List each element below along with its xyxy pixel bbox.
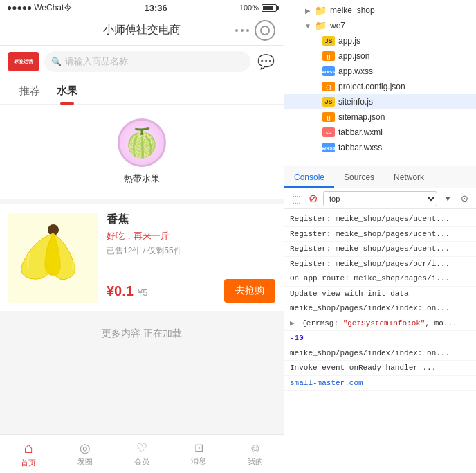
- search-input-wrapper[interactable]: 🔍 请输入商品名称: [44, 51, 250, 72]
- folder-arrow-we7: ▼: [304, 21, 312, 30]
- folder-icon-we7: 📁: [314, 21, 327, 30]
- file-name-we7: we7: [330, 21, 345, 30]
- bottom-nav-member[interactable]: ♡ 会员: [113, 435, 170, 473]
- file-tree-item-sitemapjson[interactable]: ▶ {} sitemap.json: [284, 109, 476, 125]
- filter-icon[interactable]: ⊙: [458, 193, 470, 205]
- price-main: ¥0.1: [107, 283, 134, 299]
- console-line-10: meike_shop/pages/index/index: on...: [284, 346, 476, 362]
- wxml-icon-tabbarwxml: <>: [322, 127, 335, 137]
- battery-percent: 100%: [239, 3, 259, 12]
- product-bottom: ¥0.1 ¥5 去抢购: [107, 279, 275, 303]
- file-tree-item-tabbarwxss[interactable]: ▶ wxss tabbar.wxss: [284, 140, 476, 155]
- search-placeholder: 请输入商品名称: [65, 55, 128, 68]
- loading-text: 更多内容 正在加载: [102, 328, 182, 340]
- console-output[interactable]: Register: meike_shop/pages/ucent... Regi…: [284, 209, 476, 473]
- product-price: ¥0.1 ¥5: [107, 283, 147, 299]
- product-comment: 好吃，再来一斤: [107, 230, 275, 242]
- tab-console[interactable]: Console: [284, 168, 334, 188]
- wxss-icon-appwxss: wxss: [322, 66, 335, 76]
- console-line-12: small-master.com: [284, 376, 476, 391]
- status-right: 100%: [239, 3, 277, 12]
- json-icon-projectconfig: {·}: [322, 82, 335, 91]
- file-name-tabbarwxss: tabbar.wxss: [338, 143, 382, 152]
- status-time: 13:36: [145, 3, 167, 13]
- devtools-tabs: Console Sources Network: [284, 166, 476, 188]
- brand-logo-text: 标签运营: [14, 59, 33, 64]
- file-name-appwxss: app.wxss: [338, 66, 373, 76]
- dropdown-icon[interactable]: ▾: [441, 193, 454, 205]
- battery-fill: [263, 6, 273, 10]
- folder-icon-meike: 📁: [314, 6, 327, 15]
- folder-arrow-meike: ▶: [304, 6, 312, 15]
- file-tree-item-appjson[interactable]: ▶ {} app.json: [284, 48, 476, 64]
- tab-navigation: 推荐 水果: [0, 78, 284, 105]
- nav-dot-3: [246, 29, 249, 32]
- chat-icon[interactable]: 💬: [256, 52, 275, 71]
- bottom-nav-message[interactable]: ⊡ 消息: [170, 435, 227, 473]
- file-tree-item-appjs[interactable]: ▶ JS app.js: [284, 33, 476, 48]
- status-left: ●●●●● WeChat令: [7, 2, 72, 14]
- file-name-appjson: app.json: [338, 51, 369, 61]
- console-line-7: meike_shop/pages/index/index: on...: [284, 301, 476, 316]
- file-tree-item-appwxss[interactable]: ▶ wxss app.wxss: [284, 64, 476, 79]
- file-name-appjs: app.js: [338, 36, 360, 46]
- block-icon[interactable]: ⊘: [306, 193, 319, 205]
- console-line-8[interactable]: ▶ {errMsg: "getSystemInfo:ok", mo...: [284, 316, 476, 332]
- inspect-icon[interactable]: ⬚: [290, 193, 302, 205]
- console-line-11: Invoke event onReady handler ...: [284, 361, 476, 376]
- tab-network[interactable]: Network: [384, 168, 434, 188]
- bottom-navigation: ⌂ 首页 ◎ 发圈 ♡ 会员 ⊡ 消息 ☺ 我的: [0, 434, 284, 473]
- file-tree: ▶ 📁 meike_shop ▼ 📁 we7 ▶ JS app.js ▶ {} …: [284, 0, 476, 166]
- tab-fruit[interactable]: 水果: [48, 79, 86, 103]
- wxss-icon-tabbarwxss: wxss: [322, 143, 335, 152]
- bottom-nav-discover[interactable]: ◎ 发圈: [57, 435, 113, 473]
- bottom-nav-home[interactable]: ⌂ 首页: [0, 435, 57, 473]
- mobile-app-panel: ●●●●● WeChat令 13:36 100% 小师傅社交电商 标签运营 🔍 …: [0, 0, 284, 473]
- home-label: 首页: [21, 458, 36, 468]
- nav-dot-2: [241, 29, 244, 32]
- file-name-projectconfig: project.config.json: [338, 82, 405, 91]
- file-tree-item-meike-shop[interactable]: ▶ 📁 meike_shop: [284, 3, 476, 18]
- console-line-1: Register: meike_shop/pages/ucent...: [284, 212, 476, 227]
- file-name-tabbarwxml: tabbar.wxml: [338, 127, 383, 137]
- discover-label: 发圈: [77, 456, 93, 467]
- console-line-2: Register: meike_shop/pages/ucent...: [284, 227, 476, 242]
- bottom-nav-mine[interactable]: ☺ 我的: [227, 435, 284, 473]
- file-tree-item-tabbarwxml[interactable]: ▶ <> tabbar.wxml: [284, 125, 476, 140]
- console-line-6: Update view with init data: [284, 287, 476, 302]
- console-line-5: On app route: meike_shop/pages/i...: [284, 271, 476, 287]
- file-tree-item-we7[interactable]: ▼ 📁 we7: [284, 18, 476, 33]
- buy-button[interactable]: 去抢购: [224, 279, 275, 303]
- carrier: WeChat令: [34, 2, 72, 14]
- nav-more-button[interactable]: [235, 29, 249, 32]
- js-icon-siteinfojs: JS: [322, 97, 335, 107]
- tab-recommend[interactable]: 推荐: [11, 79, 48, 103]
- product-card: 香蕉 好吃，再来一斤 已售12件 / 仅剩55件 ¥0.1 ¥5 去抢购: [0, 204, 284, 311]
- json-icon-appjson: {}: [322, 51, 335, 61]
- target-icon[interactable]: [255, 20, 275, 41]
- category-label: 热带水果: [124, 172, 160, 185]
- mine-icon: ☺: [249, 442, 262, 454]
- mine-label: 我的: [248, 456, 263, 467]
- file-tree-item-siteinfojs[interactable]: ▶ JS siteinfo.js: [284, 94, 476, 109]
- file-name-siteinfojs: siteinfo.js: [338, 97, 373, 107]
- passion-fruit-emoji: 🍈: [125, 127, 159, 159]
- product-info: 香蕉 好吃，再来一斤 已售12件 / 仅剩55件 ¥0.1 ¥5 去抢购: [98, 213, 275, 303]
- brand-logo: 标签运营: [8, 52, 39, 71]
- search-icon: 🔍: [51, 57, 62, 66]
- console-text-8: {errMsg: "getSystemInfo:ok", mo...: [302, 319, 457, 328]
- tab-sources[interactable]: Sources: [334, 168, 384, 188]
- member-icon: ♡: [136, 442, 147, 454]
- console-line-4: Register: meike_shop/pages/ocr/i...: [284, 257, 476, 272]
- context-select[interactable]: top: [323, 191, 437, 206]
- signal-dots: ●●●●●: [7, 3, 32, 12]
- message-label: 消息: [191, 456, 206, 466]
- fruit-category-section: 🍈 热带水果: [0, 105, 284, 199]
- file-name-sitemapjson: sitemap.json: [338, 112, 385, 122]
- product-name: 香蕉: [107, 213, 275, 227]
- file-tree-item-projectconfig[interactable]: ▶ {·} project.config.json: [284, 79, 476, 94]
- loading-line-right: [187, 334, 229, 334]
- devtools-toolbar: ⬚ ⊘ top ▾ ⊙: [284, 188, 476, 209]
- file-name-meike: meike_shop: [330, 6, 375, 15]
- content-area[interactable]: 🍈 热带水果: [0, 105, 284, 434]
